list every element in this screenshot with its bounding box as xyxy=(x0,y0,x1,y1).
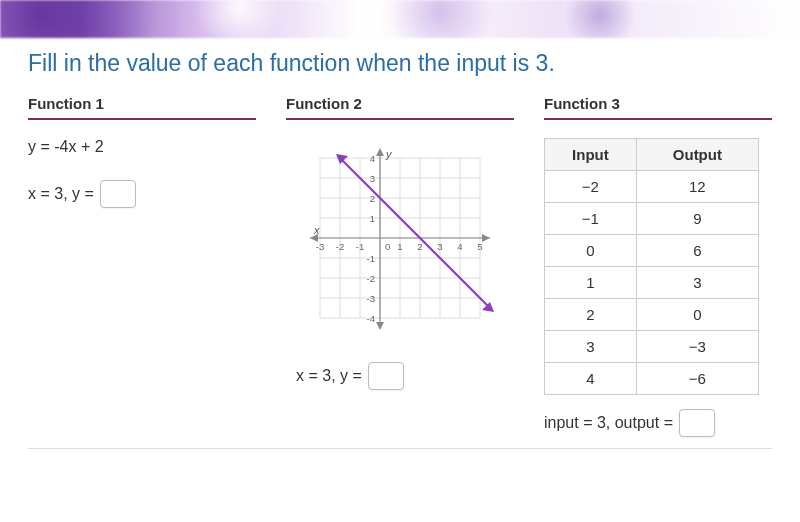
svg-text:4: 4 xyxy=(457,241,462,252)
svg-text:5: 5 xyxy=(477,241,482,252)
function-3-answer-row: input = 3, output = xyxy=(544,409,772,437)
table-cell-output: −6 xyxy=(636,363,758,395)
question-text: Fill in the value of each function when … xyxy=(28,50,772,77)
table-cell-output: 12 xyxy=(636,171,758,203)
line-arrow-end xyxy=(482,302,494,312)
svg-text:4: 4 xyxy=(370,153,375,164)
function-3-table: Input Output −212−190613203−34−6 xyxy=(544,138,759,395)
function-2-title: Function 2 xyxy=(286,95,514,120)
function-2-column: Function 2 xyxy=(286,95,514,437)
svg-text:1: 1 xyxy=(370,213,375,224)
svg-text:3: 3 xyxy=(437,241,442,252)
svg-text:-3: -3 xyxy=(367,293,375,304)
table-cell-input: 3 xyxy=(545,331,637,363)
svg-text:3: 3 xyxy=(370,173,375,184)
svg-text:-2: -2 xyxy=(367,273,375,284)
table-row: 13 xyxy=(545,267,759,299)
table-row: 06 xyxy=(545,235,759,267)
function-1-column: Function 1 y = -4x + 2 x = 3, y = xyxy=(28,95,256,437)
table-row: −19 xyxy=(545,203,759,235)
function-3-title: Function 3 xyxy=(544,95,772,120)
table-row: 4−6 xyxy=(545,363,759,395)
function-2-prompt: x = 3, y = xyxy=(296,367,362,385)
table-cell-output: 9 xyxy=(636,203,758,235)
svg-text:-4: -4 xyxy=(367,313,375,324)
line-arrow-start xyxy=(336,154,348,164)
function-1-prompt: x = 3, y = xyxy=(28,185,94,203)
function-2-graph: -3 -2 -1 0 1 2 3 4 5 4 3 2 1 -1 xyxy=(290,138,510,348)
function-1-equation: y = -4x + 2 xyxy=(28,138,256,156)
function-2-answer-row: x = 3, y = xyxy=(296,362,404,390)
function-3-answer-input[interactable] xyxy=(679,409,715,437)
x-axis-label: x xyxy=(313,224,320,236)
function-1-title: Function 1 xyxy=(28,95,256,120)
table-head-input: Input xyxy=(545,139,637,171)
function-columns: Function 1 y = -4x + 2 x = 3, y = Functi… xyxy=(28,95,772,437)
function-1-answer-row: x = 3, y = xyxy=(28,180,256,208)
table-cell-output: 0 xyxy=(636,299,758,331)
table-cell-output: −3 xyxy=(636,331,758,363)
function-line xyxy=(338,156,492,310)
table-row: −212 xyxy=(545,171,759,203)
bottom-divider xyxy=(28,448,772,449)
table-row: 3−3 xyxy=(545,331,759,363)
function-2-graph-wrap: -3 -2 -1 0 1 2 3 4 5 4 3 2 1 -1 xyxy=(286,138,514,390)
table-cell-input: −1 xyxy=(545,203,637,235)
svg-text:1: 1 xyxy=(397,241,402,252)
table-cell-output: 3 xyxy=(636,267,758,299)
worksheet-content: Fill in the value of each function when … xyxy=(0,0,800,457)
x-axis-arrow-right xyxy=(482,234,490,242)
y-axis-arrow-down xyxy=(376,322,384,330)
svg-text:-2: -2 xyxy=(336,241,344,252)
svg-text:2: 2 xyxy=(417,241,422,252)
svg-text:2: 2 xyxy=(370,193,375,204)
svg-text:0: 0 xyxy=(385,241,390,252)
table-cell-input: 1 xyxy=(545,267,637,299)
table-cell-input: 4 xyxy=(545,363,637,395)
function-1-answer-input[interactable] xyxy=(100,180,136,208)
function-3-column: Function 3 Input Output −212−190613203−3… xyxy=(544,95,772,437)
function-3-prompt: input = 3, output = xyxy=(544,414,673,432)
table-cell-input: 0 xyxy=(545,235,637,267)
table-cell-output: 6 xyxy=(636,235,758,267)
function-2-answer-input[interactable] xyxy=(368,362,404,390)
table-row: 20 xyxy=(545,299,759,331)
table-cell-input: 2 xyxy=(545,299,637,331)
table-head-output: Output xyxy=(636,139,758,171)
y-axis-arrow-up xyxy=(376,148,384,156)
svg-text:-3: -3 xyxy=(316,241,324,252)
table-cell-input: −2 xyxy=(545,171,637,203)
svg-text:-1: -1 xyxy=(356,241,364,252)
svg-text:-1: -1 xyxy=(367,253,375,264)
